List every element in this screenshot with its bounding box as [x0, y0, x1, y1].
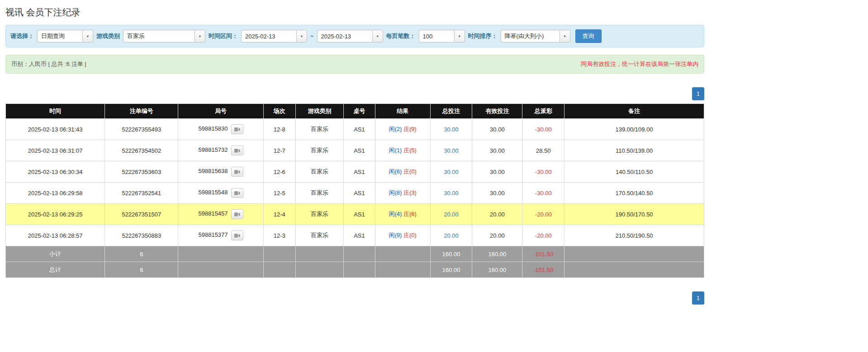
currency-total-summary: 币别：人民币 | 总共 :6 注单 |: [11, 60, 86, 68]
footer-total-bet: 160.00: [430, 262, 472, 278]
date-query-dropdown-button[interactable]: ▼: [82, 30, 93, 42]
cell-total-bet: 30.00: [430, 140, 472, 161]
cell-bet-id: 522267353603: [105, 161, 178, 183]
video-camera-icon: [234, 233, 240, 238]
sort-combo: ▼: [501, 30, 570, 42]
cell-payout: -20.00: [522, 204, 564, 225]
cell-time: 2025-02-13 06:29:58: [6, 183, 105, 204]
game-type-select[interactable]: [123, 30, 194, 42]
column-header: 桌号: [344, 104, 375, 119]
payout-value: -20.00: [535, 232, 552, 239]
total-bet-link[interactable]: 20.00: [444, 232, 459, 239]
cell-remark: 140.50/110.50: [564, 161, 704, 183]
cell-table-no: AS1: [344, 161, 375, 183]
cell-result: 闲(1) 庄(5): [375, 140, 430, 161]
chevron-down-icon: ▼: [199, 35, 202, 38]
result-banker: 庄(5): [403, 147, 417, 154]
search-button[interactable]: 查询: [575, 29, 602, 43]
payout-value: -30.00: [535, 126, 552, 133]
cell-time: 2025-02-13 06:28:57: [6, 225, 105, 246]
pagination-page-1[interactable]: 1: [692, 87, 704, 100]
result-banker: 庄(6): [403, 211, 417, 217]
sort-dropdown-button[interactable]: ▼: [560, 30, 570, 42]
page-size-dropdown-button[interactable]: ▼: [454, 30, 465, 42]
payout-value: -30.00: [535, 190, 552, 197]
cell-bet-id: 522267352541: [105, 183, 178, 204]
result-player: 闲(9): [389, 232, 402, 239]
cell-round: 598815732: [178, 140, 263, 161]
video-replay-button[interactable]: [231, 230, 243, 240]
video-replay-button[interactable]: [231, 167, 243, 177]
sort-label: 时间排序：: [468, 32, 498, 40]
pagination-bottom: 1: [5, 291, 704, 305]
cell-bet-id: 522267354502: [105, 140, 178, 161]
page-size-input[interactable]: [419, 30, 454, 42]
column-header: 局号: [178, 104, 263, 119]
cell-session: 12-3: [263, 225, 295, 246]
video-replay-button[interactable]: [231, 145, 243, 155]
footer-count: 6: [105, 246, 178, 262]
table-row: 2025-02-13 06:29:58522267352541598815548…: [6, 183, 704, 204]
total-bet-link[interactable]: 30.00: [444, 169, 459, 175]
cell-table-no: AS1: [344, 225, 375, 246]
cell-remark: 139.00/109.00: [564, 119, 704, 140]
column-header: 场次: [263, 104, 295, 119]
cell-time: 2025-02-13 06:29:25: [6, 204, 105, 225]
table-row: 2025-02-13 06:31:07522267354502598815732…: [6, 140, 704, 161]
date-to-input[interactable]: [317, 30, 372, 42]
date-from-input[interactable]: [241, 30, 296, 42]
game-type-dropdown-button[interactable]: ▼: [194, 30, 205, 42]
date-from-dropdown-button[interactable]: ▼: [296, 30, 307, 42]
video-replay-button[interactable]: [231, 124, 243, 134]
cell-total-bet: 20.00: [430, 204, 472, 225]
result-banker: 庄(0): [403, 168, 417, 175]
date-to-dropdown-button[interactable]: ▼: [372, 30, 383, 42]
payout-value: -20.00: [535, 211, 552, 218]
time-range-label: 时间区间：: [209, 32, 238, 40]
select-label: 请选择：: [10, 32, 34, 40]
result-player: 闲(6): [389, 168, 402, 175]
cell-round: 598815548: [178, 183, 263, 204]
cell-remark: 210.50/190.50: [564, 225, 704, 246]
table-row: 2025-02-13 06:28:57522267350883598815377…: [6, 225, 704, 246]
cell-remark: 190.50/170.50: [564, 204, 704, 225]
cell-valid-bet: 30.00: [472, 161, 522, 183]
video-replay-button[interactable]: [231, 188, 243, 198]
result-banker: 庄(0): [403, 232, 417, 239]
sort-order-select[interactable]: [501, 30, 560, 42]
video-replay-button[interactable]: [231, 209, 243, 219]
cell-game-type: 百家乐: [295, 225, 344, 246]
footer-total-bet: 160.00: [430, 246, 472, 262]
cell-table-no: AS1: [344, 140, 375, 161]
footer-empty-cell: [178, 262, 263, 278]
footer-empty-cell: [344, 246, 375, 262]
summary-row: 小计6160.00160.00-101.50: [6, 246, 704, 262]
footer-empty-cell: [564, 262, 704, 278]
total-bet-link[interactable]: 30.00: [444, 126, 459, 133]
cell-session: 12-5: [263, 183, 295, 204]
pagination-page-1[interactable]: 1: [692, 291, 704, 305]
cell-table-no: AS1: [344, 119, 375, 140]
cell-bet-id: 522267355493: [105, 119, 178, 140]
footer-empty-cell: [178, 246, 263, 262]
filter-bar: 请选择： ▼ 游戏类别 ▼ 时间区间： ▼ ~ ▼ 每页笔数： ▼ 时间排序： …: [5, 25, 704, 47]
date-query-select[interactable]: [37, 30, 82, 42]
column-header: 游戏类别: [295, 104, 344, 119]
chevron-down-icon: ▼: [376, 35, 379, 38]
footer-empty-cell: [344, 262, 375, 278]
video-camera-icon: [234, 169, 240, 174]
cell-game-type: 百家乐: [295, 140, 344, 161]
cell-valid-bet: 30.00: [472, 119, 522, 140]
video-camera-icon: [234, 212, 240, 217]
cell-round: 598815830: [178, 119, 263, 140]
total-bet-link[interactable]: 30.00: [444, 190, 459, 197]
cell-remark: 110.50/139.00: [564, 140, 704, 161]
summary-row: 总计6160.00160.00-101.50: [6, 262, 704, 278]
game-type-label: 游戏类别: [96, 32, 120, 40]
total-bet-link[interactable]: 30.00: [444, 147, 459, 154]
date-query-combo: ▼: [37, 30, 93, 42]
cell-table-no: AS1: [344, 204, 375, 225]
total-bet-link[interactable]: 20.00: [444, 211, 459, 218]
cell-total-bet: 30.00: [430, 119, 472, 140]
footer-empty-cell: [295, 262, 344, 278]
